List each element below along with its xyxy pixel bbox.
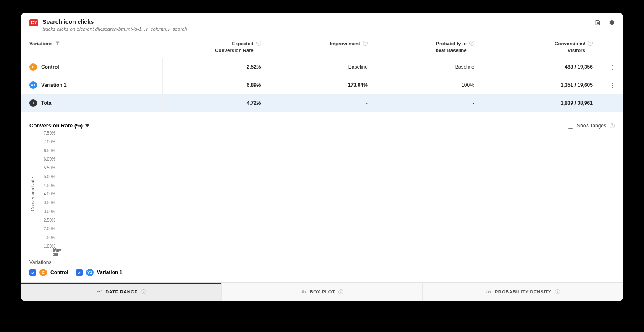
- cell-expected: 2.52%: [162, 58, 269, 76]
- goal-badge: G7: [29, 19, 38, 26]
- row-menu-icon[interactable]: ⋮: [601, 58, 623, 76]
- col-expected: Expected Conversion Rate: [215, 41, 253, 54]
- help-icon[interactable]: ?: [588, 41, 593, 46]
- goal-subtitle-prefix: tracks clicks on element: [42, 26, 95, 31]
- cell-probability: 100%: [376, 76, 483, 94]
- legend-item[interactable]: CControl: [29, 269, 68, 276]
- goal-subtitle-selector: div.search-btn.mt-lg-1, .v_column.v_sear…: [95, 26, 187, 31]
- variation-name: Variation 1: [41, 82, 67, 88]
- chart-view-tabs: DATE RANGE?BOX PLOT?PROBABILITY DENSITY?: [21, 282, 623, 301]
- col-variations: Variations: [29, 41, 52, 47]
- y-tick: 6.00%: [37, 157, 55, 161]
- cell-conversions: 488 / 19,356: [483, 58, 601, 76]
- legend-checkbox[interactable]: [29, 269, 36, 276]
- help-icon[interactable]: ?: [338, 289, 343, 294]
- variation-chip: C: [29, 63, 37, 71]
- cell-probability: Baseline: [376, 58, 483, 76]
- tab-box-plot[interactable]: BOX PLOT?: [222, 283, 422, 301]
- row-menu-icon[interactable]: ⋮: [601, 76, 623, 94]
- chart-plot-area[interactable]: 1.00%1.50%2.00%2.50%3.00%3.50%4.00%4.50%…: [37, 133, 60, 246]
- variation-chip: V1: [29, 81, 37, 89]
- chevron-down-icon: [85, 124, 89, 127]
- metric-label: Conversion Rate (%): [29, 122, 83, 129]
- variation-cell: V1Variation 1: [29, 81, 154, 89]
- gear-icon[interactable]: [608, 19, 615, 28]
- show-ranges-checkbox[interactable]: [568, 123, 573, 129]
- goal-header: G7 Search icon clicks tracks clicks on e…: [21, 13, 623, 33]
- goal-title-block: Search icon clicks tracks clicks on elem…: [42, 18, 594, 31]
- help-icon[interactable]: ?: [469, 41, 474, 46]
- dist-icon: [486, 288, 492, 295]
- y-tick: 4.00%: [37, 192, 55, 196]
- y-tick: 1.50%: [37, 235, 55, 240]
- col-probability: Probability to beat Baseline: [436, 41, 467, 54]
- cell-expected: 6.89%: [162, 76, 269, 94]
- show-ranges-toggle[interactable]: Show ranges ?: [568, 123, 615, 129]
- table-row: TTotal4.72%--1,839 / 38,961: [21, 94, 623, 112]
- help-icon[interactable]: ?: [555, 289, 560, 294]
- y-tick: 7.50%: [37, 131, 55, 135]
- legend-label: Variation 1: [97, 270, 123, 275]
- legend-checkbox[interactable]: [76, 269, 83, 276]
- tab-date-range[interactable]: DATE RANGE?: [21, 283, 222, 301]
- legend-title: Variations: [29, 259, 615, 265]
- goal-subtitle: tracks clicks on element div.search-btn.…: [42, 26, 594, 31]
- y-tick: 3.50%: [37, 200, 55, 205]
- cell-probability: -: [376, 94, 483, 112]
- svg-rect-2: [305, 291, 306, 293]
- cell-conversions: 1,351 / 19,605: [483, 76, 601, 94]
- legend-item[interactable]: V1Variation 1: [76, 269, 123, 276]
- col-improvement: Improvement: [330, 41, 360, 47]
- help-icon[interactable]: ?: [256, 41, 261, 46]
- tab-label: BOX PLOT: [310, 289, 335, 294]
- chart-y-axis-label: Conversion Rate: [29, 133, 35, 255]
- variation-cell: CControl: [29, 63, 154, 71]
- table-row: CControl2.52%BaselineBaseline488 / 19,35…: [21, 58, 623, 76]
- notes-icon[interactable]: [594, 19, 601, 28]
- results-panel: G7 Search icon clicks tracks clicks on e…: [21, 13, 623, 301]
- variation-cell: TTotal: [29, 99, 154, 107]
- chart-legend: Variations CControlV1Variation 1: [21, 255, 623, 282]
- y-tick: 5.00%: [37, 174, 55, 179]
- cell-improvement: -: [270, 94, 376, 112]
- y-tick: 5.50%: [37, 166, 55, 170]
- y-tick: 4.50%: [37, 183, 55, 187]
- y-tick: 1.00%: [37, 244, 55, 249]
- tab-label: DATE RANGE: [105, 289, 138, 294]
- x-tick: Jun 03: [54, 248, 60, 257]
- variation-chip: T: [29, 99, 37, 107]
- y-tick: 6.50%: [37, 148, 55, 153]
- help-icon[interactable]: ?: [610, 123, 615, 128]
- tab-probability-density[interactable]: PROBABILITY DENSITY?: [423, 283, 623, 301]
- legend-label: Control: [50, 270, 68, 275]
- cell-improvement: Baseline: [270, 58, 376, 76]
- svg-rect-1: [303, 290, 304, 293]
- cell-conversions: 1,839 / 38,961: [483, 94, 601, 112]
- y-tick: 2.00%: [37, 226, 55, 231]
- table-row: V1Variation 16.89%173.04%100%1,351 / 19,…: [21, 76, 623, 94]
- cell-improvement: 173.04%: [270, 76, 376, 94]
- cell-expected: 4.72%: [162, 94, 269, 112]
- variation-chip: V1: [86, 269, 94, 276]
- variations-table: Variations Expected Conversion Rate? Imp…: [21, 37, 623, 112]
- metric-dropdown[interactable]: Conversion Rate (%): [29, 122, 89, 129]
- help-icon[interactable]: ?: [141, 289, 146, 294]
- chart-block: Conversion Rate (%) Show ranges ? Conver…: [21, 112, 623, 255]
- svg-rect-0: [302, 290, 303, 293]
- y-tick: 3.00%: [37, 209, 55, 213]
- box-icon: [301, 288, 306, 295]
- variation-name: Control: [41, 64, 59, 70]
- tab-label: PROBABILITY DENSITY: [495, 289, 552, 294]
- y-tick: 7.00%: [37, 139, 55, 144]
- help-icon[interactable]: ?: [363, 41, 368, 46]
- row-menu-icon: [601, 94, 623, 112]
- line-icon: [96, 288, 102, 295]
- variation-chip: C: [39, 269, 47, 276]
- y-tick: 2.50%: [37, 218, 55, 222]
- show-ranges-label: Show ranges: [577, 123, 606, 129]
- goal-title: Search icon clicks: [42, 18, 594, 25]
- col-conversions: Conversions/ Visitors: [555, 41, 585, 54]
- variation-name: Total: [41, 100, 53, 106]
- filter-icon[interactable]: [55, 41, 60, 48]
